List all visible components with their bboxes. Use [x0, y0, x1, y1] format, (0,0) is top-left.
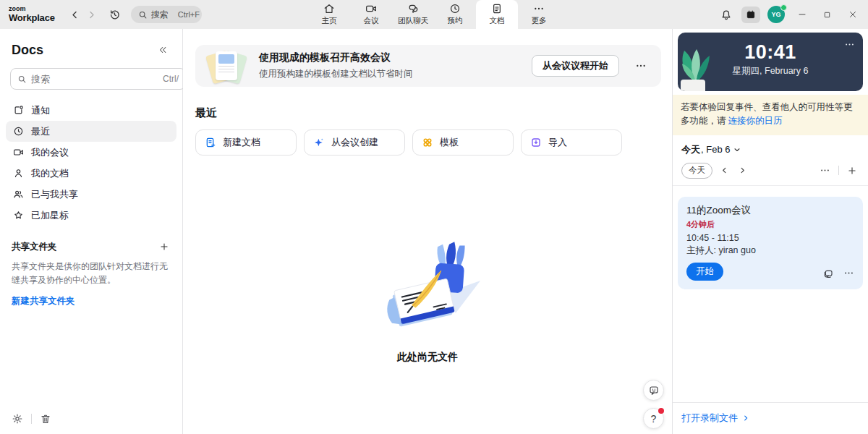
sparkle-icon: [313, 137, 325, 148]
global-search-shortcut: Ctrl+F: [178, 10, 200, 19]
collapse-sidebar-button[interactable]: [155, 42, 171, 58]
nav-tab-home[interactable]: 主页: [308, 0, 350, 29]
back-button[interactable]: [67, 7, 83, 23]
date-header[interactable]: 今天 , Feb 6: [673, 135, 868, 156]
import-icon: [530, 137, 542, 148]
meeting-more-button[interactable]: [843, 268, 854, 278]
minimize-button[interactable]: [789, 0, 814, 29]
next-day-button[interactable]: [736, 164, 749, 176]
meeting-countdown: 4分钟后: [686, 219, 854, 230]
settings-button[interactable]: [10, 412, 25, 426]
calendar-button[interactable]: [741, 7, 760, 23]
sidebar-item-recent[interactable]: 最近: [6, 121, 176, 142]
search-icon: [138, 10, 148, 20]
avatar[interactable]: YG: [767, 6, 785, 23]
docs-search-input[interactable]: [31, 74, 158, 85]
nav-tab-team-chat[interactable]: 团队聊天: [392, 0, 434, 29]
feedback-button[interactable]: [643, 380, 664, 401]
forward-button[interactable]: [83, 7, 100, 23]
card-line: [218, 66, 234, 67]
global-search[interactable]: Ctrl+F: [131, 6, 202, 23]
maximize-icon: [823, 11, 831, 19]
global-search-input[interactable]: [151, 9, 174, 20]
nav-tab-label: 会议: [364, 16, 379, 26]
close-button[interactable]: [840, 0, 865, 29]
today-button[interactable]: 今天: [681, 163, 712, 179]
meeting-card[interactable]: 11的Zoom会议 4分钟后 10:45 - 11:15 主持人: yiran …: [678, 197, 863, 289]
meeting-chat-button[interactable]: [822, 268, 834, 279]
templates-button[interactable]: 模板: [412, 129, 514, 156]
sidebar-item-label: 我的文档: [31, 167, 69, 180]
sidebar-item-starred[interactable]: 已加星标: [6, 205, 176, 226]
history-icon: [109, 9, 121, 21]
people-icon: [13, 189, 24, 200]
nav-tab-label: 团队聊天: [398, 16, 428, 26]
new-doc-icon: [205, 137, 216, 148]
sidebar-list: 通知 最近 我的会议 我的文档 已与我共享 已加星标: [0, 100, 182, 226]
sidebar-item-notifications[interactable]: 通知: [6, 100, 176, 121]
template-banner: 使用现成的模板召开高效会议 使用预构建的模板创建文档以节省时间 从会议议程开始: [195, 45, 661, 87]
notification-icon: [13, 105, 24, 116]
nav-tab-meetings[interactable]: 会议: [350, 0, 392, 29]
question-mark-label: ?: [651, 413, 657, 425]
clock-more-button[interactable]: [842, 37, 857, 52]
help-notification-dot: [658, 408, 664, 414]
page-title: Docs: [12, 43, 43, 58]
plus-icon: [159, 242, 169, 252]
meeting-title: 11的Zoom会议: [686, 204, 854, 217]
home-icon: [323, 3, 335, 14]
gear-icon: [12, 413, 23, 425]
zoom-workplace-logo: zoom Workplace: [9, 6, 55, 22]
notifications-button[interactable]: [717, 5, 736, 24]
calendar-more-button[interactable]: [817, 163, 833, 178]
sidebar-item-label: 通知: [31, 104, 50, 117]
clock-icon: [449, 3, 461, 14]
action-label: 新建文档: [223, 136, 260, 149]
nav-tab-label: 主页: [322, 16, 337, 26]
sidebar-item-label: 已加星标: [31, 209, 69, 222]
nav-tab-scheduler[interactable]: 预约: [434, 0, 476, 29]
meeting-host: 主持人: yiran guo: [686, 244, 854, 257]
plus-icon: [847, 166, 857, 176]
doc-icon: [491, 3, 503, 14]
sidebar-item-my-meetings[interactable]: 我的会议: [6, 142, 176, 163]
card-line: [218, 69, 234, 70]
start-from-agenda-button[interactable]: 从会议议程开始: [532, 55, 619, 77]
footer-divider: [31, 414, 32, 424]
new-document-button[interactable]: 新建文档: [195, 129, 297, 156]
history-button[interactable]: [106, 6, 124, 24]
meeting-time: 10:45 - 11:15: [686, 233, 854, 243]
chevron-right-icon: [739, 166, 746, 174]
feedback-bubble-icon: [648, 385, 660, 396]
create-from-meeting-button[interactable]: 从会议创建: [304, 129, 405, 156]
calendar-toolbar: 今天: [673, 156, 868, 186]
empty-docs-illustration: [372, 320, 484, 333]
new-shared-folder-link[interactable]: 新建共享文件夹: [12, 295, 75, 307]
docs-search[interactable]: Ctrl/: [10, 68, 186, 90]
chevron-right-icon: [86, 9, 97, 20]
nav-tab-docs[interactable]: 文档: [476, 0, 518, 29]
start-meeting-button[interactable]: 开始: [686, 263, 723, 281]
banner-more-button[interactable]: [631, 57, 651, 75]
recent-section-title: 最近: [195, 106, 672, 120]
shared-folders-description: 共享文件夹是供你的团队针对文档进行无缝共享及协作的中心位置。: [12, 260, 171, 287]
open-recordings-link[interactable]: 打开录制文件: [681, 412, 749, 425]
meeting-card-actions: [822, 268, 854, 279]
help-button[interactable]: ?: [643, 408, 664, 429]
connect-calendar-link[interactable]: 连接你的日历: [728, 116, 783, 126]
quick-actions: 新建文档 从会议创建 模板 导入: [195, 129, 672, 156]
template-cards-illustration: [205, 48, 247, 84]
import-button[interactable]: 导入: [521, 129, 622, 156]
nav-tab-more[interactable]: 更多: [518, 0, 560, 29]
sidebar-item-shared-with-me[interactable]: 已与我共享: [6, 184, 176, 205]
sidebar-footer: [10, 412, 53, 426]
maximize-button[interactable]: [814, 0, 840, 29]
prev-day-button[interactable]: [718, 164, 731, 176]
sidebar-item-my-docs[interactable]: 我的文档: [6, 163, 176, 184]
trash-button[interactable]: [38, 412, 53, 426]
trash-icon: [40, 413, 51, 425]
meeting-chat-icon: [822, 268, 834, 279]
add-event-button[interactable]: [845, 163, 859, 178]
add-shared-folder-button[interactable]: [158, 240, 171, 253]
chevron-down-icon: [730, 145, 741, 154]
